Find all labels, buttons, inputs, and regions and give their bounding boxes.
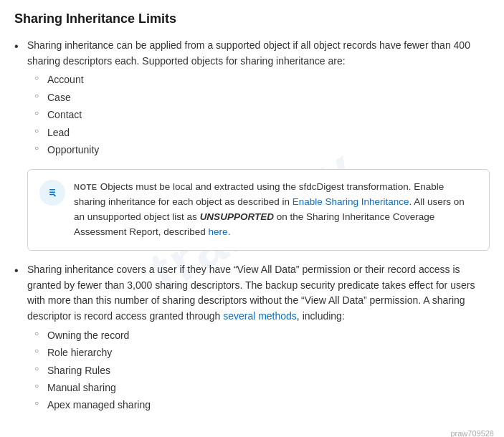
list-item: Manual sharing: [34, 380, 490, 395]
second-item: Sharing inheritance covers a user if the…: [14, 262, 490, 413]
unsupported-label: UNSUPPORTED: [200, 211, 274, 222]
note-label: NOTE: [74, 183, 98, 191]
note-content: NOTEObjects must be local and extracted …: [74, 180, 477, 240]
several-methods-link[interactable]: several methods: [223, 310, 297, 322]
list-item: Opportunity: [34, 142, 490, 158]
here-link[interactable]: here: [209, 226, 228, 237]
supported-objects-list: Account Case Contact Lead Opportunity: [27, 72, 490, 158]
intro-text: Sharing inheritance can be applied from …: [27, 39, 470, 67]
methods-list: Owning the record Role hierarchy Sharing…: [27, 327, 490, 413]
svg-rect-0: [47, 187, 59, 199]
intro-item: Sharing inheritance can be applied from …: [14, 38, 490, 251]
page-title: Sharing Inheritance Limits: [14, 11, 490, 27]
list-item: Role hierarchy: [34, 345, 490, 360]
note-icon: [45, 186, 60, 200]
note-icon-wrap: [39, 180, 65, 206]
list-item: Account: [34, 72, 490, 87]
footer-text: praw709528: [450, 429, 494, 437]
list-item: Owning the record: [34, 327, 490, 343]
note-box: NOTEObjects must be local and extracted …: [27, 169, 490, 251]
list-item: Case: [34, 90, 490, 105]
list-item: Lead: [34, 125, 490, 140]
main-content-list: Sharing inheritance can be applied from …: [14, 38, 490, 413]
list-item: Apex managed sharing: [34, 397, 490, 413]
enable-sharing-inheritance-link[interactable]: Enable Sharing Inheritance: [293, 196, 409, 207]
list-item: Contact: [34, 107, 490, 123]
list-item: Sharing Rules: [34, 362, 490, 378]
